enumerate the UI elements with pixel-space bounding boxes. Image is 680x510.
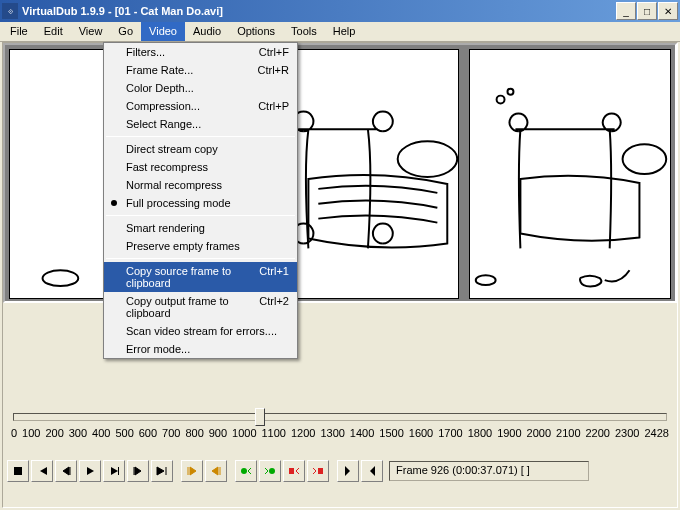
menu-item-label: Fast recompress <box>126 161 289 173</box>
menu-edit[interactable]: Edit <box>36 22 71 41</box>
play-in-icon <box>83 464 97 478</box>
timeline-thumb[interactable] <box>255 408 265 426</box>
menu-item-scan-video-stream-for-errors[interactable]: Scan video stream for errors.... <box>104 322 297 340</box>
menubar: FileEditViewGoVideoAudioOptionsToolsHelp <box>0 22 680 42</box>
menu-go[interactable]: Go <box>110 22 141 41</box>
menu-item-color-depth[interactable]: Color Depth... <box>104 79 297 97</box>
menu-item-smart-rendering[interactable]: Smart rendering <box>104 219 297 237</box>
svg-point-10 <box>241 468 247 474</box>
window-title: VirtualDub 1.9.9 - [01 - Cat Man Do.avi] <box>22 5 616 17</box>
tick-label: 200 <box>45 427 63 439</box>
tick-label: 800 <box>185 427 203 439</box>
scene-prev-button[interactable] <box>283 460 305 482</box>
timeline: 0100200300400500600700800900100011001200… <box>9 413 671 449</box>
maximize-button[interactable]: □ <box>637 2 657 20</box>
svg-rect-9 <box>118 467 119 475</box>
menu-item-label: Copy output frame to clipboard <box>126 295 249 319</box>
menu-item-select-range[interactable]: Select Range... <box>104 115 297 133</box>
menu-audio[interactable]: Audio <box>185 22 229 41</box>
menu-item-label: Frame Rate... <box>126 64 248 76</box>
menu-options[interactable]: Options <box>229 22 283 41</box>
range-end-button[interactable] <box>205 460 227 482</box>
svg-point-11 <box>269 468 275 474</box>
menu-item-fast-recompress[interactable]: Fast recompress <box>104 158 297 176</box>
tick-label: 2300 <box>615 427 639 439</box>
close-button[interactable]: ✕ <box>658 2 678 20</box>
menu-item-label: Filters... <box>126 46 249 58</box>
menu-item-copy-output-frame-to-clipboard[interactable]: Copy output frame to clipboardCtrl+2 <box>104 292 297 322</box>
tick-label: 300 <box>69 427 87 439</box>
menu-item-copy-source-frame-to-clipboard[interactable]: Copy source frame to clipboardCtrl+1 <box>104 262 297 292</box>
menu-item-normal-recompress[interactable]: Normal recompress <box>104 176 297 194</box>
radio-dot-icon <box>111 200 117 206</box>
output-frame <box>470 50 670 298</box>
play-out-button[interactable] <box>103 460 125 482</box>
menu-item-label: Smart rendering <box>126 222 289 234</box>
menu-item-error-mode[interactable]: Error mode... <box>104 340 297 358</box>
titlebar: ⟐ VirtualDub 1.9.9 - [01 - Cat Man Do.av… <box>0 0 680 22</box>
menu-item-label: Preserve empty frames <box>126 240 289 252</box>
minimize-button[interactable]: _ <box>616 2 636 20</box>
mark-in-icon <box>341 464 355 478</box>
menu-separator <box>106 136 295 137</box>
tick-label: 400 <box>92 427 110 439</box>
menu-video[interactable]: Video <box>141 22 185 41</box>
menu-separator <box>106 215 295 216</box>
play-in-button[interactable] <box>79 460 101 482</box>
step-fwd-icon <box>131 464 145 478</box>
step-back-icon <box>59 464 73 478</box>
tick-label: 500 <box>115 427 133 439</box>
menu-item-frame-rate[interactable]: Frame Rate...Ctrl+R <box>104 61 297 79</box>
fast-end-button[interactable] <box>151 460 173 482</box>
menu-item-full-processing-mode[interactable]: Full processing mode <box>104 194 297 212</box>
tick-label: 900 <box>209 427 227 439</box>
svg-point-5 <box>476 275 496 285</box>
step-fwd-button[interactable] <box>127 460 149 482</box>
tick-label: 1200 <box>291 427 315 439</box>
menu-item-label: Normal recompress <box>126 179 289 191</box>
key-prev-button[interactable] <box>235 460 257 482</box>
menu-item-label: Direct stream copy <box>126 143 289 155</box>
output-video-pane[interactable] <box>469 49 671 299</box>
svg-rect-12 <box>289 468 294 474</box>
menu-tools[interactable]: Tools <box>283 22 325 41</box>
rewind-start-button[interactable] <box>31 460 53 482</box>
menu-item-filters[interactable]: Filters...Ctrl+F <box>104 43 297 61</box>
svg-rect-13 <box>318 468 323 474</box>
svg-rect-8 <box>14 467 22 475</box>
tick-label: 0 <box>11 427 17 439</box>
mark-out-icon <box>365 464 379 478</box>
menu-help[interactable]: Help <box>325 22 364 41</box>
menu-view[interactable]: View <box>71 22 111 41</box>
range-start-button[interactable] <box>181 460 203 482</box>
menu-item-label: Color Depth... <box>126 82 289 94</box>
menu-item-compression[interactable]: Compression...Ctrl+P <box>104 97 297 115</box>
key-next-button[interactable] <box>259 460 281 482</box>
tick-label: 2100 <box>556 427 580 439</box>
tick-label: 2000 <box>527 427 551 439</box>
tick-label: 1600 <box>409 427 433 439</box>
key-prev-icon <box>239 464 253 478</box>
menu-item-direct-stream-copy[interactable]: Direct stream copy <box>104 140 297 158</box>
menu-item-preserve-empty-frames[interactable]: Preserve empty frames <box>104 237 297 255</box>
scene-prev-icon <box>287 464 301 478</box>
scene-next-button[interactable] <box>307 460 329 482</box>
range-end-icon <box>209 464 223 478</box>
mark-in-button[interactable] <box>337 460 359 482</box>
stop-button[interactable] <box>7 460 29 482</box>
range-start-icon <box>185 464 199 478</box>
menu-item-label: Full processing mode <box>126 197 289 209</box>
menu-file[interactable]: File <box>2 22 36 41</box>
mark-out-button[interactable] <box>361 460 383 482</box>
menu-item-label: Compression... <box>126 100 248 112</box>
step-back-button[interactable] <box>55 460 77 482</box>
svg-point-6 <box>497 96 505 104</box>
video-menu-dropdown: Filters...Ctrl+FFrame Rate...Ctrl+RColor… <box>103 42 298 359</box>
timeline-track[interactable] <box>13 413 667 421</box>
timeline-ticks: 0100200300400500600700800900100011001200… <box>9 427 671 439</box>
key-next-icon <box>263 464 277 478</box>
rewind-start-icon <box>35 464 49 478</box>
scene-next-icon <box>311 464 325 478</box>
tick-label: 1000 <box>232 427 256 439</box>
menu-shortcut: Ctrl+2 <box>259 295 289 319</box>
